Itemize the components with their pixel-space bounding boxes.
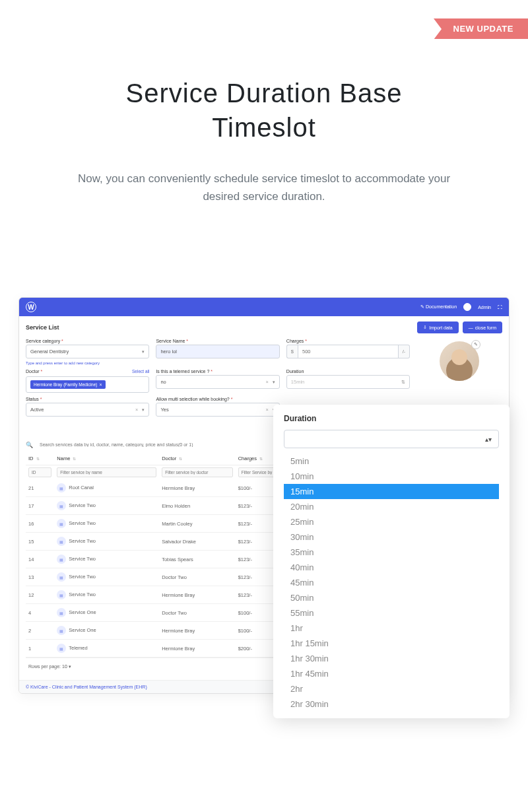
service-icon: ▦ [57, 555, 66, 564]
dropdown-option[interactable]: 55min [284, 605, 499, 621]
service-icon: ▦ [57, 537, 66, 546]
edit-picture-button[interactable]: ✎ [471, 340, 480, 349]
column-filter-input[interactable] [28, 467, 51, 477]
fullscreen-icon[interactable]: ⛶ [498, 305, 502, 310]
hero-subtitle: Now, you can conveniently schedule servi… [0, 170, 528, 205]
service-icon: ▦ [57, 608, 66, 617]
doctor-label: Doctor * [26, 369, 42, 374]
dropdown-option[interactable]: 1hr 30min [284, 651, 499, 666]
select-all-link[interactable]: Select all [132, 369, 149, 374]
rows-per-page-select[interactable]: 10 ▾ [62, 664, 71, 669]
dropdown-option[interactable]: 10min [284, 469, 499, 484]
remove-tag-icon[interactable]: × [99, 382, 102, 387]
cell-name: ▦Service One [54, 622, 159, 640]
dropdown-option[interactable]: 1hr 15min [284, 636, 499, 651]
sort-icon: ▴▾ [485, 436, 492, 443]
cell-id: 12 [26, 586, 54, 604]
cell-id: 2 [26, 622, 54, 640]
dropdown-option[interactable]: 1hr 45min [284, 666, 499, 681]
cell-name: ▦Service Two [54, 551, 159, 568]
section-header: Service List ⇩ Import data — close form [26, 321, 502, 333]
hero-title: Service Duration BaseTimeslot [0, 76, 528, 145]
column-filter-input[interactable] [162, 467, 233, 477]
dropdown-option[interactable]: 2hr 30min [284, 696, 499, 712]
cell-doctor: Tobias Spears [159, 551, 236, 568]
cell-name: ▦Service Two [54, 515, 159, 533]
service-name-label: Service Name * [156, 339, 279, 343]
topbar: W ✎ Documentation Admin ⛶ [19, 298, 509, 316]
import-data-button[interactable]: ⇩ Import data [417, 321, 458, 333]
duration-select[interactable]: 15min⇅ [286, 375, 410, 389]
service-icon: ▦ [57, 483, 66, 492]
cell-doctor: Doctor Two [159, 568, 236, 586]
currency-prefix: $ [286, 345, 298, 358]
column-header[interactable]: Name ⇅ [54, 452, 159, 465]
cell-id: 1 [26, 640, 54, 658]
telemed-label: Is this a telemed service ? * [156, 369, 279, 374]
category-select[interactable]: General Dentistry▾ [26, 345, 149, 358]
user-avatar[interactable] [463, 303, 471, 311]
cell-name: ▦Root Canal [54, 479, 159, 497]
cell-name: ▦Telemed [54, 640, 159, 658]
charges-input[interactable] [298, 345, 399, 358]
service-icon: ▦ [57, 572, 66, 582]
cell-id: 21 [26, 479, 54, 497]
dropdown-trigger[interactable]: ▴▾ [284, 430, 499, 448]
dropdown-option[interactable]: 30min [284, 529, 499, 545]
dropdown-options: 5min10min15min20min25min30min35min40min4… [284, 454, 499, 712]
dropdown-option[interactable]: 15min [284, 484, 499, 499]
dropdown-option[interactable]: 5min [284, 454, 499, 469]
cell-doctor: Hermione Bray [159, 479, 236, 497]
search-icon: 🔍 [26, 442, 33, 448]
chevron-down-icon: ▾ [142, 349, 145, 355]
chevron-down-icon: ▾ [142, 407, 145, 412]
charges-label: Charges * [286, 339, 410, 343]
documentation-link[interactable]: ✎ Documentation [420, 304, 457, 310]
sort-icon: ⇅ [401, 380, 405, 385]
column-header[interactable]: Doctor ⇅ [159, 452, 236, 465]
dropdown-option[interactable]: 1hr [284, 621, 499, 636]
column-filter-input[interactable] [57, 467, 156, 477]
dropdown-option[interactable]: 50min [284, 590, 499, 605]
section-title: Service List [26, 324, 59, 331]
multi-select[interactable]: Yes×▾ [156, 403, 279, 417]
cell-name: ▦Service Two [54, 568, 159, 586]
duration-dropdown-panel: Duration ▴▾ 5min10min15min20min25min30mi… [273, 405, 510, 718]
doctor-select[interactable]: Hermione Bray (Family Medicine) × [26, 376, 149, 393]
duration-label: Duration [286, 369, 410, 374]
dropdown-option[interactable]: 20min [284, 499, 499, 514]
cell-id: 15 [26, 533, 54, 551]
service-icon: ▦ [57, 644, 66, 653]
column-header[interactable]: ID ⇅ [26, 452, 54, 465]
charges-suffix: /- [399, 345, 411, 358]
cell-doctor: Hermione Bray [159, 586, 236, 604]
dropdown-option[interactable]: 45min [284, 575, 499, 590]
dropdown-option[interactable]: 25min [284, 514, 499, 529]
service-icon: ▦ [57, 590, 66, 599]
status-select[interactable]: Active×▾ [26, 403, 149, 417]
multi-label: Allow multi selection while booking? * [156, 397, 279, 401]
user-name: Admin [478, 305, 491, 310]
close-form-button[interactable]: — close form [463, 321, 502, 333]
cell-name: ▦Service Two [54, 533, 159, 551]
service-icon: ▦ [57, 626, 66, 635]
cell-doctor: Hermione Bray [159, 622, 236, 640]
dropdown-option[interactable]: 35min [284, 545, 499, 560]
cell-id: 13 [26, 568, 54, 586]
new-update-ribbon: NEW UPDATE [434, 18, 528, 39]
dropdown-option[interactable]: 40min [284, 560, 499, 575]
cell-id: 17 [26, 497, 54, 515]
service-name-input[interactable] [156, 345, 279, 358]
cell-doctor: Hermione Bray [159, 640, 236, 658]
cell-id: 16 [26, 515, 54, 533]
dropdown-option[interactable]: 2hr [284, 681, 499, 696]
cell-doctor: Elmo Holden [159, 497, 236, 515]
wordpress-logo[interactable]: W [26, 302, 36, 312]
cell-id: 4 [26, 604, 54, 622]
service-icon: ▦ [57, 519, 66, 528]
category-hint: Type and press enter to add new category [26, 361, 149, 365]
telemed-select[interactable]: no×▾ [156, 375, 279, 389]
doctor-tag[interactable]: Hermione Bray (Family Medicine) × [30, 380, 106, 389]
status-label: Status * [26, 397, 149, 401]
rows-per-page-label: Rows per page: [28, 664, 61, 669]
